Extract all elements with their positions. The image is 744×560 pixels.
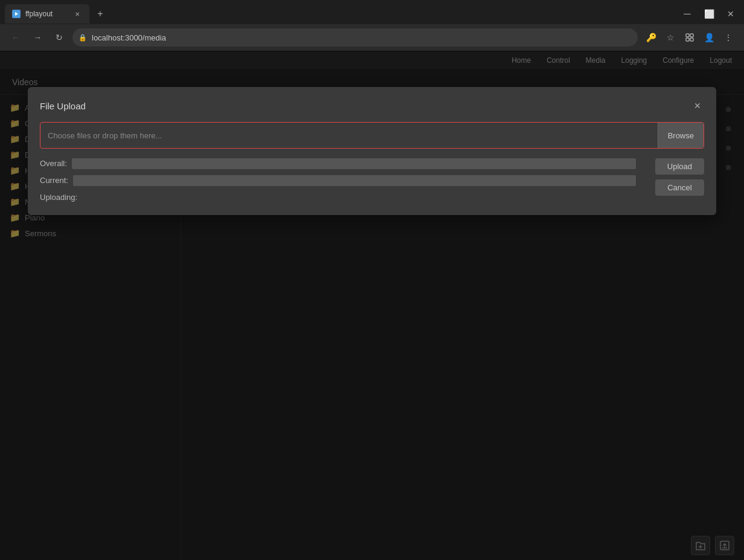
key-icon[interactable]: 🔑 bbox=[643, 29, 659, 46]
cancel-button[interactable]: Cancel bbox=[655, 179, 704, 196]
close-window-button[interactable]: ✕ bbox=[722, 5, 739, 22]
uploading-row: Uploading: bbox=[40, 192, 636, 203]
extension-icon[interactable] bbox=[681, 29, 698, 46]
overall-row: Overall: bbox=[40, 158, 636, 169]
svg-rect-3 bbox=[690, 34, 693, 37]
forward-button[interactable]: → bbox=[29, 29, 46, 46]
toolbar-icons: 🔑 ☆ 👤 ⋮ bbox=[643, 29, 737, 46]
lock-icon: 🔒 bbox=[79, 34, 87, 42]
maximize-button[interactable]: ⬜ bbox=[701, 5, 717, 22]
current-label: Current: bbox=[40, 175, 68, 186]
bookmark-icon[interactable]: ☆ bbox=[662, 29, 679, 46]
svg-rect-5 bbox=[690, 38, 693, 41]
current-row: Current: bbox=[40, 175, 636, 186]
browse-button[interactable]: Browse bbox=[658, 123, 704, 148]
progress-info: Overall: Current: Uploading: bbox=[40, 158, 636, 203]
file-drop-area[interactable]: Choose files or drop them here... Browse bbox=[40, 122, 704, 149]
address-wrapper: 🔒 bbox=[72, 28, 638, 47]
reload-button[interactable]: ↻ bbox=[51, 29, 68, 46]
menu-icon[interactable]: ⋮ bbox=[720, 29, 737, 46]
current-progress-track bbox=[73, 175, 636, 186]
modal-overlay: File Upload ✕ Choose files or drop them … bbox=[0, 51, 744, 560]
minimize-button[interactable]: ─ bbox=[679, 5, 696, 22]
modal-title: File Upload bbox=[40, 101, 86, 111]
tab-title: ffplayout bbox=[25, 10, 53, 18]
browser-chrome: ffplayout ✕ + ─ ⬜ ✕ ← → ↻ 🔒 🔑 ☆ bbox=[0, 0, 744, 51]
file-upload-modal: File Upload ✕ Choose files or drop them … bbox=[28, 87, 716, 215]
address-input[interactable] bbox=[72, 28, 638, 47]
current-progress-fill bbox=[73, 175, 636, 186]
overall-label: Overall: bbox=[40, 158, 67, 169]
back-button[interactable]: ← bbox=[7, 29, 24, 46]
svg-rect-2 bbox=[686, 34, 689, 37]
new-tab-button[interactable]: + bbox=[92, 5, 109, 22]
svg-rect-4 bbox=[686, 38, 689, 41]
tab-close-button[interactable]: ✕ bbox=[72, 9, 82, 19]
progress-section: Overall: Current: Uploading: Upload bbox=[40, 158, 704, 203]
overall-progress-track bbox=[72, 158, 636, 169]
upload-button[interactable]: Upload bbox=[655, 158, 704, 175]
upload-actions: Upload Cancel bbox=[655, 158, 704, 196]
active-tab[interactable]: ffplayout ✕ bbox=[5, 4, 89, 24]
address-bar: ← → ↻ 🔒 🔑 ☆ 👤 ⋮ bbox=[0, 24, 744, 51]
tab-favicon bbox=[12, 10, 21, 18]
overall-progress-fill bbox=[72, 158, 636, 169]
tab-bar: ffplayout ✕ + ─ ⬜ ✕ bbox=[0, 0, 744, 24]
uploading-label: Uploading: bbox=[40, 192, 77, 203]
modal-header: File Upload ✕ bbox=[40, 99, 704, 112]
account-icon[interactable]: 👤 bbox=[701, 29, 717, 46]
modal-close-button[interactable]: ✕ bbox=[691, 99, 704, 112]
file-drop-placeholder: Choose files or drop them here... bbox=[40, 131, 658, 140]
